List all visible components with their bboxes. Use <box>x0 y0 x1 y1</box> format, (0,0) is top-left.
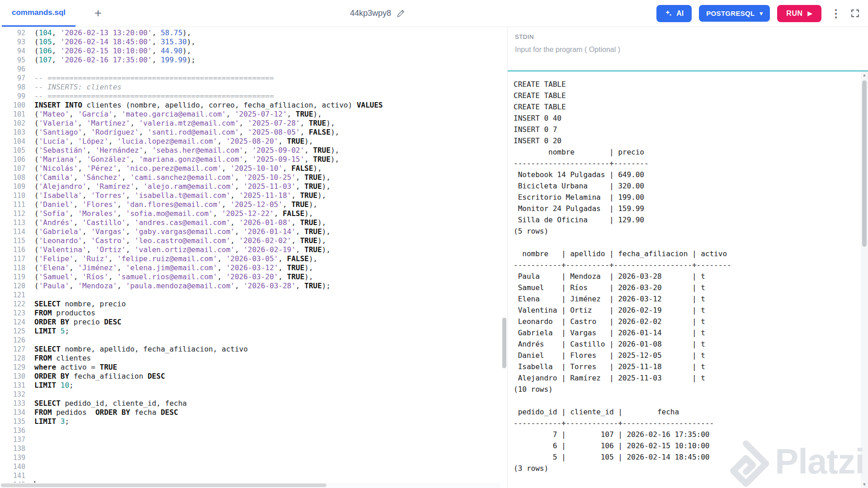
code-line: ('Sebastián', 'Hernández', 'sebas.her@em… <box>34 146 383 155</box>
sparkles-icon <box>665 9 672 17</box>
code-line: ('Alejandro', 'Ramírez', 'alejo.ram@emai… <box>34 182 383 191</box>
code-line: ('Gabriela', 'Vargas', 'gaby.vargas@emai… <box>34 227 383 236</box>
chevron-down-icon: ▾ <box>760 10 763 17</box>
code-line: (105, '2026-02-14 18:45:00', 315.30), <box>34 38 383 47</box>
code-line: ('Samuel', 'Ríos', 'samuel.rios@email.co… <box>34 272 383 282</box>
line-number: 120 <box>0 282 25 291</box>
line-number: 130 <box>0 372 25 381</box>
code-line <box>34 426 383 435</box>
line-number: 114 <box>0 227 25 236</box>
line-number: 132 <box>0 390 25 399</box>
line-number: 141 <box>0 471 25 480</box>
code-line: (107, '2026-02-16 17:35:00', 199.99); <box>34 56 383 65</box>
code-line: ('Leonardo', 'Castro', 'leo.castro@email… <box>34 236 383 245</box>
file-id: 44kp3wpy8 <box>350 9 391 18</box>
code-line: ('Nicolás', 'Pérez', 'nico.perez@email.c… <box>34 164 383 173</box>
line-number: 100 <box>0 101 25 110</box>
code-line: ('Lucía', 'López', 'lucia.lopez@email.co… <box>34 137 383 146</box>
line-number: 96 <box>0 65 25 74</box>
language-selector[interactable]: POSTGRESQL ▾ <box>699 5 770 22</box>
line-number: 107 <box>0 164 25 173</box>
tab-commands-sql[interactable]: commands.sql <box>2 0 75 27</box>
code-line: (106, '2026-02-15 10:10:00', 44.90), <box>34 47 383 56</box>
line-number: 133 <box>0 399 25 408</box>
line-number: 138 <box>0 444 25 453</box>
editor-vertical-scrollbar-thumb[interactable] <box>502 318 506 368</box>
line-number: 134 <box>0 408 25 417</box>
ai-button-label: AI <box>676 9 684 18</box>
line-number: 117 <box>0 254 25 263</box>
code-line: SELECT nombre, apellido, fecha_afiliacio… <box>34 345 383 354</box>
code-line: ('Mateo', 'García', 'mateo.garcia@email.… <box>34 110 383 119</box>
code-line: ('Elena', 'Jiménez', 'elena.jim@email.co… <box>34 263 383 272</box>
line-number: 112 <box>0 209 25 218</box>
editor-content: 9293949596979899100101102103104105106107… <box>0 27 507 488</box>
line-number: 95 <box>0 56 25 65</box>
io-pane: STDIN CREATE TABLE CREATE TABLE CREATE T… <box>508 27 868 488</box>
line-number: 109 <box>0 182 25 191</box>
line-number: 118 <box>0 263 25 272</box>
line-number: 113 <box>0 218 25 227</box>
topbar-actions: AI POSTGRESQL ▾ RUN ▶ ⋮ <box>656 5 868 22</box>
editor-vertical-scrollbar[interactable] <box>501 27 507 488</box>
editor-horizontal-scrollbar[interactable] <box>0 483 501 488</box>
code-line: FROM pedidos ORDER BY fecha DESC <box>34 408 383 417</box>
output-area: CREATE TABLE CREATE TABLE CREATE TABLE I… <box>508 71 868 488</box>
code-line: SELECT pedido_id, cliente_id, fecha <box>34 399 383 408</box>
line-number: 104 <box>0 137 25 146</box>
line-number: 116 <box>0 245 25 254</box>
fullscreen-icon <box>850 9 860 18</box>
code-line: ('Paula', 'Mendoza', 'paula.mendoza@emai… <box>34 282 383 291</box>
more-options-button[interactable]: ⋮ <box>829 7 843 20</box>
scroll-down-button[interactable]: ▼ <box>861 481 868 488</box>
tab-label: commands.sql <box>12 8 66 17</box>
output-scrollbar-thumb[interactable] <box>862 80 867 247</box>
line-number: 135 <box>0 417 25 426</box>
line-number: 128 <box>0 354 25 363</box>
stdin-section: STDIN <box>508 27 868 70</box>
scroll-up-button[interactable]: ▲ <box>861 71 868 79</box>
code-editor[interactable]: 9293949596979899100101102103104105106107… <box>0 27 508 488</box>
run-button[interactable]: RUN ▶ <box>777 5 821 22</box>
line-number: 126 <box>0 336 25 345</box>
code-line <box>34 471 383 480</box>
code-line <box>34 444 383 453</box>
ai-button[interactable]: AI <box>656 5 692 22</box>
line-number: 139 <box>0 453 25 462</box>
line-number: 119 <box>0 272 25 282</box>
line-number: 121 <box>0 291 25 300</box>
fullscreen-button[interactable] <box>850 9 860 18</box>
main-split: 9293949596979899100101102103104105106107… <box>0 27 868 488</box>
code-line <box>34 435 383 444</box>
code-line: LIMIT 5; <box>34 327 383 336</box>
line-number: 106 <box>0 155 25 164</box>
code-line: ORDER BY precio DESC <box>34 318 383 327</box>
code-line: ORDER BY fecha_afiliacion DESC <box>34 372 383 381</box>
code-line: ('Isabella', 'Torres', 'isabella.t@email… <box>34 191 383 200</box>
output-scrollbar[interactable]: ▲ ▼ <box>861 71 868 488</box>
code-line <box>34 65 383 74</box>
stdin-label: STDIN <box>515 33 861 40</box>
file-title-group: 44kp3wpy8 <box>350 9 405 18</box>
edit-title-icon[interactable] <box>396 9 405 18</box>
code-line: ('Camila', 'Sánchez', 'cami.sanchez@emai… <box>34 173 383 182</box>
code-line: ('Felipe', 'Ruiz', 'felipe.ruiz@email.co… <box>34 254 383 263</box>
program-output: CREATE TABLE CREATE TABLE CREATE TABLE I… <box>508 71 868 474</box>
stdin-input[interactable] <box>515 43 861 56</box>
code-lines: (104, '2026-02-13 13:20:00', 58.75),(105… <box>31 28 383 488</box>
code-line: -- =====================================… <box>34 74 383 83</box>
topbar: commands.sql + 44kp3wpy8 AI POSTGRESQL ▾… <box>0 0 868 27</box>
code-line: -- INSERTS: clientes <box>34 83 383 92</box>
line-number: 98 <box>0 83 25 92</box>
line-number: 92 <box>0 28 25 38</box>
code-line: -- =====================================… <box>34 92 383 101</box>
code-line: SELECT nombre, precio <box>34 300 383 309</box>
line-number: 102 <box>0 119 25 128</box>
line-number: 124 <box>0 318 25 327</box>
line-number: 94 <box>0 47 25 56</box>
editor-horizontal-scrollbar-thumb[interactable] <box>1 483 326 487</box>
code-line: INSERT INTO clientes (nombre, apellido, … <box>34 101 383 110</box>
new-tab-button[interactable]: + <box>91 7 105 19</box>
line-number: 97 <box>0 74 25 83</box>
code-line: ('Valentina', 'Ortiz', 'valen.ortiz@emai… <box>34 245 383 254</box>
